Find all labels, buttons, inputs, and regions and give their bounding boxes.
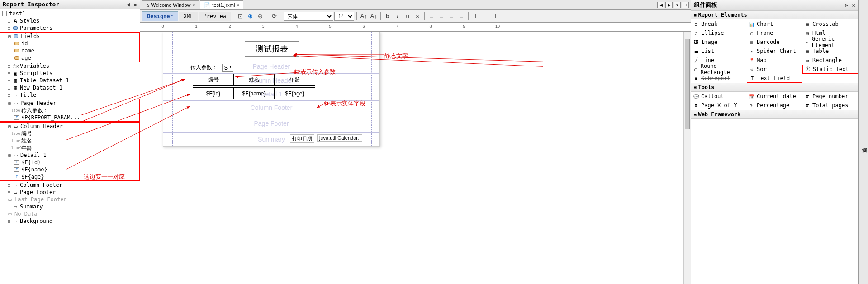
zoom-fit-icon[interactable]: ⊡ (236, 12, 245, 21)
valign-bottom-icon[interactable]: ⊥ (491, 12, 500, 21)
palette-barcode[interactable]: ▥Barcode (747, 38, 802, 47)
param-value-field[interactable]: $P (222, 64, 233, 72)
close-icon[interactable]: × (237, 3, 239, 8)
close-icon[interactable]: × (192, 3, 195, 8)
tool-page-number[interactable]: #Page number (802, 92, 858, 101)
font-select[interactable]: 宋体 (284, 12, 333, 21)
tool-callout[interactable]: 💬Callout (691, 92, 747, 101)
tree-d1[interactable]: T$F{id} (0, 159, 139, 166)
panel-pin-icon[interactable]: ⊳ × (845, 2, 855, 9)
italic-icon[interactable]: i (393, 12, 402, 21)
detail-table[interactable]: $F{id} $F{name} $F{age} (193, 87, 315, 99)
tree-page-footer[interactable]: ⊞▭Page Footer (0, 189, 140, 196)
collapse-icon[interactable]: ⊟ (7, 153, 12, 158)
tree-last-page-footer[interactable]: ▭Last Page Footer (0, 196, 140, 203)
palette-generic[interactable]: ✦Generic Element (802, 38, 858, 47)
expand-icon[interactable]: ⊞ (6, 85, 12, 90)
field-cell[interactable]: $F{name} (234, 88, 275, 99)
palette-map[interactable]: 📍Map (747, 56, 802, 65)
tree-ch-3[interactable]: label年龄 (0, 144, 139, 151)
bold-icon[interactable]: b (383, 12, 392, 21)
palette-crosstab[interactable]: ▦Crosstab (802, 19, 858, 28)
mode-preview[interactable]: Preview (199, 12, 231, 21)
mode-xml[interactable]: XML (179, 12, 198, 21)
palette-list[interactable]: ☰List (691, 47, 747, 56)
expand-icon[interactable]: ⊞ (6, 93, 12, 98)
field-cell[interactable]: $F{age} (275, 88, 315, 99)
tab-welcome[interactable]: ⌂Welcome Window× (142, 0, 199, 9)
palette-chart[interactable]: 📊Chart (747, 19, 802, 28)
tree-detail[interactable]: ⊟▭Detail 1 (0, 151, 139, 159)
tab-dropdown-icon[interactable]: ▾ (674, 2, 681, 8)
collapse-icon[interactable]: ⊟ (7, 124, 12, 129)
vertical-scrollbar[interactable] (683, 32, 691, 284)
palette-break[interactable]: ⊟Break (691, 19, 747, 28)
tree-new-dataset[interactable]: ⊞▦New Dataset 1 (0, 84, 140, 91)
tree-column-footer[interactable]: ⊞▭Column Footer (0, 181, 140, 189)
band-column-header[interactable]: Column Header 编号 姓名 年龄 (163, 74, 379, 87)
expand-icon[interactable]: ⊞ (6, 190, 12, 195)
section-header[interactable]: ▣Web Framework (691, 110, 858, 119)
tree-page-header[interactable]: ⊟▭Page Header (0, 99, 139, 107)
zoom-out-icon[interactable]: ⊖ (256, 12, 265, 21)
title-static-text[interactable]: 测试报表 (245, 41, 299, 57)
palette-spider[interactable]: ✴Spider Chart (747, 47, 802, 56)
font-increase-icon[interactable]: A↑ (359, 12, 368, 21)
tree-title-band[interactable]: ⊞▭Title (0, 91, 140, 99)
font-decrease-icon[interactable]: A↓ (369, 12, 378, 21)
tool-total-pages[interactable]: #Total pages (802, 101, 858, 110)
band-title[interactable]: 测试报表 (163, 32, 379, 59)
properties-tab[interactable]: 属性 (858, 0, 868, 284)
palette-sort[interactable]: ⇅Sort (747, 65, 802, 74)
align-center-icon[interactable]: ≡ (437, 12, 446, 21)
expand-icon[interactable]: ⊞ (6, 204, 12, 209)
tool-percentage[interactable]: %Percentage (747, 101, 802, 110)
fontsize-select[interactable]: 14 (334, 12, 354, 21)
tab-scroll-right-icon[interactable]: ▶ (665, 2, 673, 8)
collapse-icon[interactable]: ⊟ (7, 34, 12, 39)
palette-round-rect[interactable]: ▢Round Rectangle (691, 65, 747, 74)
tree-variables[interactable]: ⊞fxVariables (0, 62, 140, 70)
tree-ph-label[interactable]: label传入参数： (0, 107, 139, 114)
palette-table[interactable]: ▦Table (802, 47, 858, 56)
palette-subreport[interactable]: ▣Subreport (691, 74, 747, 83)
tree-field-name[interactable]: name (0, 47, 139, 54)
scrollbar-thumb[interactable] (685, 39, 690, 129)
tree-column-header[interactable]: ⊟▭Column Header (0, 123, 139, 130)
palette-rectangle[interactable]: ▭Rectangle (802, 56, 858, 65)
expand-icon[interactable]: ⊞ (6, 64, 12, 69)
print-date-field[interactable]: java.util.Calendar. (317, 134, 362, 142)
band-detail[interactable]: Detail 1 $F{id} $F{name} $F{age} (163, 87, 379, 101)
tree-field-id[interactable]: id (0, 40, 139, 47)
strike-icon[interactable]: s (413, 12, 422, 21)
tree-root[interactable]: test1 (0, 10, 140, 17)
underline-icon[interactable]: u (403, 12, 412, 21)
tree-summary[interactable]: ⊞▭Summary (0, 203, 140, 210)
palette-text-field[interactable]: TText Field (747, 74, 802, 83)
tab-file[interactable]: 📄test1.jrxml× (200, 0, 243, 9)
expand-icon[interactable]: ⊞ (6, 71, 12, 76)
expand-icon[interactable]: ▣ (694, 112, 696, 117)
refresh-icon[interactable]: ⟳ (270, 12, 279, 21)
tree-d2[interactable]: T$F{name} (0, 166, 139, 173)
band-summary[interactable]: Summary 打印日期 java.util.Calendar. (163, 133, 379, 146)
expand-icon[interactable]: ⊞ (6, 219, 12, 224)
tree-fields[interactable]: ⊟Fields (0, 33, 139, 40)
section-header[interactable]: ▣Tools (691, 83, 858, 92)
palette-static-text[interactable]: ⓣStatic Text (802, 65, 858, 74)
tab-maximize-icon[interactable]: □ (682, 2, 689, 8)
valign-top-icon[interactable]: ⊤ (471, 12, 480, 21)
palette-frame[interactable]: ▢Frame (747, 28, 802, 38)
tree-ch-1[interactable]: label编号 (0, 130, 139, 137)
mode-designer[interactable]: Designer (142, 11, 178, 21)
tree-scriptlets[interactable]: ⊞▣Scriptlets (0, 70, 140, 77)
expand-icon[interactable]: ⊞ (6, 78, 12, 83)
band-page-footer[interactable]: Page Footer (163, 114, 379, 133)
tree-ch-2[interactable]: label姓名 (0, 137, 139, 144)
expand-icon[interactable]: ⊞ (6, 26, 12, 31)
expand-icon[interactable]: ⊞ (6, 183, 12, 188)
panel-controls-icon[interactable]: ◀ ▪ (127, 1, 137, 8)
param-label-text[interactable]: 传入参数： (190, 64, 218, 71)
header-cell[interactable]: 编号 (193, 74, 234, 86)
tree-field-age[interactable]: age (0, 54, 139, 62)
